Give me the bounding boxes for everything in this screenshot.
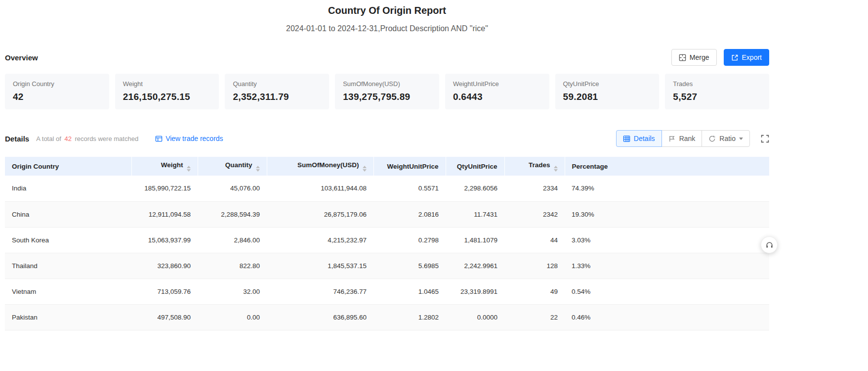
cell-percentage: 74.39% (565, 176, 769, 201)
cell-quantity: 45,076.00 (198, 176, 267, 201)
cell-sumofmoney-usd-: 103,611,944.08 (267, 176, 373, 201)
stat-card: WeightUnitPrice0.6443 (445, 74, 549, 109)
stat-card: SumOfMoney(USD)139,275,795.89 (335, 74, 439, 109)
stat-card: QtyUnitPrice59.2081 (555, 74, 660, 109)
table-row: India185,990,722.1545,076.00103,611,944.… (5, 176, 769, 201)
stat-card: Quantity2,352,311.79 (225, 74, 329, 109)
details-header-row: Details A total of 42 records were match… (5, 130, 769, 147)
cell-origin-country: Pakistan (5, 304, 131, 330)
details-table: Origin CountryWeightQuantitySumOfMoney(U… (5, 157, 769, 330)
support-button[interactable] (761, 236, 778, 253)
table-body: India185,990,722.1545,076.00103,611,944.… (5, 176, 769, 330)
cell-origin-country: India (5, 176, 131, 201)
cell-trades: 2334 (504, 176, 565, 201)
cell-qtyunitprice: 0.0000 (446, 304, 504, 330)
cell-weight: 15,063,937.99 (131, 227, 198, 253)
stat-card-value: 59.2081 (563, 92, 652, 102)
cell-quantity: 822.80 (198, 253, 267, 278)
tab-ratio-label: Ratio (719, 135, 736, 142)
cell-weightunitprice: 0.2798 (373, 227, 446, 253)
tab-details[interactable]: Details (616, 130, 662, 147)
column-header-weight[interactable]: Weight (131, 157, 198, 176)
stat-card-label: SumOfMoney(USD) (343, 80, 431, 88)
table-row: China12,911,094.582,288,594.3926,875,179… (5, 201, 769, 227)
details-section-title: Details (5, 135, 29, 143)
sort-icon[interactable] (363, 166, 367, 172)
headset-icon (765, 241, 774, 249)
cell-sumofmoney-usd-: 1,845,537.15 (267, 253, 373, 278)
cell-origin-country: Thailand (5, 253, 131, 278)
page-title: Country Of Origin Report (5, 5, 769, 16)
column-header-label: Percentage (572, 163, 608, 170)
stat-card-label: WeightUnitPrice (453, 80, 541, 88)
sort-icon[interactable] (554, 166, 558, 172)
cell-trades: 128 (504, 253, 565, 278)
overview-cards: Origin Country42Weight216,150,275.15Quan… (5, 74, 769, 109)
tab-details-label: Details (634, 135, 655, 142)
stat-card-label: Weight (123, 80, 211, 88)
column-header-sumofmoney-usd-[interactable]: SumOfMoney(USD) (267, 157, 373, 176)
tab-ratio[interactable]: Ratio (702, 130, 750, 147)
view-trade-records-label: View trade records (165, 135, 223, 142)
page-subtitle: 2024-01-01 to 2024-12-31,Product Descrip… (5, 24, 769, 33)
cell-origin-country: China (5, 201, 131, 227)
stat-card-label: QtyUnitPrice (563, 80, 652, 88)
stat-card: Weight216,150,275.15 (115, 74, 219, 109)
stat-card: Origin Country42 (5, 74, 109, 109)
column-header-trades[interactable]: Trades (504, 157, 565, 176)
sort-icon[interactable] (187, 166, 191, 172)
stat-card-label: Trades (673, 80, 761, 88)
cell-weightunitprice: 2.0816 (373, 201, 446, 227)
cell-sumofmoney-usd-: 4,215,232.97 (267, 227, 373, 253)
cell-qtyunitprice: 1,481.1079 (446, 227, 504, 253)
table-header-row: Origin CountryWeightQuantitySumOfMoney(U… (5, 157, 769, 176)
column-header-label: Origin Country (12, 163, 59, 170)
view-trade-records-link[interactable]: View trade records (155, 135, 223, 142)
fullscreen-icon (761, 135, 769, 143)
cell-trades: 44 (504, 227, 565, 253)
column-header-label: SumOfMoney(USD) (297, 161, 359, 169)
column-header-label: Trades (529, 161, 550, 169)
overview-header-row: Overview Merge Export (5, 49, 769, 66)
cell-quantity: 0.00 (198, 304, 267, 330)
stat-card-value: 5,527 (673, 92, 761, 102)
match-count: 42 (63, 135, 73, 142)
stat-card: Trades5,527 (665, 74, 769, 109)
column-header-qtyunitprice: QtyUnitPrice (446, 157, 504, 176)
stat-card-label: Origin Country (13, 80, 101, 88)
stat-card-value: 42 (13, 92, 101, 102)
export-button[interactable]: Export (724, 49, 769, 66)
sort-icon[interactable] (256, 166, 260, 172)
match-prefix: A total of (36, 135, 61, 142)
cell-percentage: 0.54% (565, 278, 769, 304)
table-row: Thailand323,860.90822.801,845,537.155.69… (5, 253, 769, 278)
column-header-weightunitprice: WeightUnitPrice (373, 157, 446, 176)
stat-card-value: 216,150,275.15 (123, 92, 211, 102)
column-header-label: Quantity (225, 161, 252, 169)
chevron-down-icon (739, 138, 743, 140)
cell-qtyunitprice: 23,319.8991 (446, 278, 504, 304)
cell-weight: 185,990,722.15 (131, 176, 198, 201)
cell-weight: 323,860.90 (131, 253, 198, 278)
cell-weight: 713,059.76 (131, 278, 198, 304)
table-row: South Korea15,063,937.992,846.004,215,23… (5, 227, 769, 253)
tab-rank[interactable]: Rank (661, 130, 703, 147)
table-row: Vietnam713,059.7632.00746,236.771.046523… (5, 278, 769, 304)
match-summary: A total of 42 records were matched (36, 135, 138, 142)
ratio-icon (708, 135, 716, 142)
merge-button[interactable]: Merge (671, 49, 717, 66)
column-header-label: WeightUnitPrice (387, 163, 438, 170)
fullscreen-button[interactable] (761, 135, 769, 143)
cell-quantity: 2,846.00 (198, 227, 267, 253)
stat-card-value: 0.6443 (453, 92, 541, 102)
merge-icon (679, 54, 686, 61)
details-table-wrap: Origin CountryWeightQuantitySumOfMoney(U… (5, 157, 769, 330)
cell-percentage: 19.30% (565, 201, 769, 227)
cell-weightunitprice: 0.5571 (373, 176, 446, 201)
cell-quantity: 2,288,594.39 (198, 201, 267, 227)
cell-sumofmoney-usd-: 26,875,179.06 (267, 201, 373, 227)
column-header-label: Weight (161, 161, 183, 169)
trade-records-icon (155, 135, 163, 142)
column-header-quantity[interactable]: Quantity (198, 157, 267, 176)
cell-sumofmoney-usd-: 636,895.60 (267, 304, 373, 330)
